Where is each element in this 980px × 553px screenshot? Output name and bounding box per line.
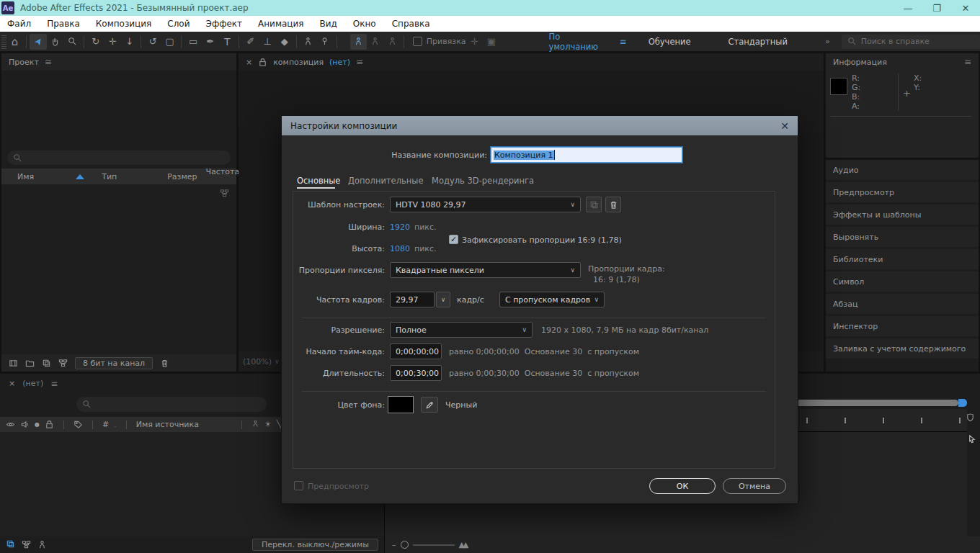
delete-preset-button[interactable] bbox=[605, 197, 621, 212]
selection-tool-icon[interactable]: ➤ bbox=[30, 34, 47, 50]
local-axis-mode-icon[interactable] bbox=[350, 34, 368, 50]
timeline-panel-menu-icon[interactable]: ≡ bbox=[50, 379, 58, 389]
snap-options-icon[interactable]: ✛ bbox=[466, 34, 484, 50]
toolbar-grip[interactable] bbox=[1, 35, 6, 49]
column-name[interactable]: Имя bbox=[17, 172, 34, 181]
zoom-tool-icon[interactable] bbox=[63, 34, 81, 50]
video-visibility-icon[interactable] bbox=[6, 420, 15, 429]
rectangle-tool-icon[interactable]: ▭ bbox=[184, 34, 202, 50]
tab-basic[interactable]: Основные bbox=[297, 176, 340, 186]
drop-frame-dropdown[interactable]: С пропуском кадров∨ bbox=[499, 292, 605, 307]
home-tool-icon[interactable]: ⌂ bbox=[6, 34, 24, 50]
tab-advanced[interactable]: Дополнительные bbox=[348, 176, 424, 186]
sort-ascending-icon[interactable] bbox=[76, 174, 84, 179]
project-search-field[interactable] bbox=[7, 150, 231, 165]
panel-paragraph[interactable]: Абзац bbox=[826, 294, 979, 314]
zoom-out-icon[interactable]: – bbox=[392, 540, 396, 549]
column-source-name[interactable]: Имя источника bbox=[136, 420, 199, 429]
info-panel-menu-icon[interactable]: ≡ bbox=[964, 57, 971, 67]
timeline-zoom-handle[interactable] bbox=[401, 541, 409, 549]
menu-composition[interactable]: Композиция bbox=[96, 19, 151, 29]
height-value[interactable]: 1080 bbox=[390, 244, 410, 253]
menu-view[interactable]: Вид bbox=[319, 19, 337, 29]
menu-layer[interactable]: Слой bbox=[167, 19, 190, 29]
preset-dropdown[interactable]: HDTV 1080 29,97∨ bbox=[390, 197, 581, 212]
new-folder-icon[interactable] bbox=[25, 359, 35, 368]
interpret-footage-icon[interactable] bbox=[9, 359, 18, 368]
audio-icon[interactable] bbox=[20, 420, 30, 429]
project-panel-header[interactable]: Проект ≡ bbox=[1, 53, 236, 71]
minimize-button[interactable]: — bbox=[894, 0, 922, 16]
close-tab-icon[interactable]: × bbox=[246, 58, 252, 67]
type-tool-icon[interactable]: T bbox=[218, 34, 236, 50]
timeline-search-field[interactable] bbox=[76, 397, 267, 412]
frame-rate-input[interactable]: 29,97 bbox=[390, 292, 435, 307]
roto-brush-tool-icon[interactable] bbox=[300, 34, 317, 50]
composition-panel-menu-icon[interactable]: ≡ bbox=[356, 57, 363, 67]
pen-tool-icon[interactable]: ✒ bbox=[202, 34, 219, 50]
background-color-swatch[interactable] bbox=[388, 396, 414, 413]
new-composition-icon[interactable] bbox=[42, 359, 51, 368]
composition-name-input[interactable]: Композиция 1 bbox=[491, 147, 682, 163]
dialog-close-icon[interactable]: ✕ bbox=[780, 120, 789, 132]
pan-camera-tool-icon[interactable]: ✛ bbox=[104, 34, 121, 50]
resolution-dropdown[interactable]: Полное∨ bbox=[390, 322, 533, 338]
time-navigator-end-handle[interactable] bbox=[958, 399, 967, 407]
world-axis-mode-icon[interactable] bbox=[367, 34, 384, 50]
toggle-switches-modes-button[interactable]: Перекл. выключ./режимы bbox=[252, 539, 378, 551]
tab-3d-renderer[interactable]: Модуль 3D-рендеринга bbox=[432, 176, 534, 186]
hand-tool-icon[interactable] bbox=[47, 34, 64, 50]
preview-checkbox[interactable] bbox=[294, 481, 303, 490]
lock-aspect-checkbox[interactable]: ✓ bbox=[449, 235, 458, 244]
start-timecode-input[interactable]: 0;00;00;00 bbox=[390, 343, 442, 359]
close-button[interactable]: ✕ bbox=[951, 0, 980, 16]
menu-edit[interactable]: Правка bbox=[47, 19, 80, 29]
snap-checkbox[interactable] bbox=[413, 37, 422, 46]
magnification-dropdown[interactable]: (100%) bbox=[243, 357, 272, 367]
help-search-field[interactable]: Поиск в справке bbox=[842, 35, 980, 49]
column-type[interactable]: Тип bbox=[102, 172, 117, 181]
zoom-in-mountain-icon[interactable]: ▲▲ bbox=[459, 540, 467, 549]
menu-window[interactable]: Окно bbox=[353, 19, 376, 29]
draft-3d-icon[interactable] bbox=[22, 540, 31, 549]
panel-libraries[interactable]: Библиотеки bbox=[826, 249, 979, 269]
brush-tool-icon[interactable]: ✐ bbox=[242, 34, 259, 50]
workspace-tab-learn[interactable]: Обучение bbox=[640, 37, 700, 47]
pixel-aspect-dropdown[interactable]: Квадратные пиксели∨ bbox=[390, 262, 581, 278]
workspace-menu-icon[interactable]: ≡ bbox=[620, 37, 627, 47]
save-preset-button[interactable] bbox=[586, 197, 602, 212]
workspace-tab-default[interactable]: По умолчанию bbox=[540, 32, 620, 52]
solo-icon[interactable]: ● bbox=[35, 421, 40, 428]
bit-depth-button[interactable]: 8 бит на канал bbox=[75, 357, 153, 369]
panel-effects-presets[interactable]: Эффекты и шаблоны bbox=[826, 204, 979, 225]
workspace-overflow-icon[interactable]: » bbox=[825, 37, 830, 46]
cancel-button[interactable]: Отмена bbox=[723, 478, 786, 494]
panel-align[interactable]: Выровнять bbox=[826, 227, 979, 247]
trash-icon[interactable] bbox=[160, 359, 169, 368]
frame-rate-dropdown-button[interactable]: ∨ bbox=[436, 292, 450, 307]
mask-visibility-icon[interactable]: ▣ bbox=[483, 34, 500, 50]
duration-input[interactable]: 0;00;30;00 bbox=[390, 365, 442, 381]
composition-button-icon[interactable] bbox=[967, 434, 976, 446]
orbit-camera-tool-icon[interactable]: ↻ bbox=[87, 34, 104, 50]
column-size[interactable]: Размер bbox=[167, 172, 197, 181]
eraser-tool-icon[interactable]: ◆ bbox=[276, 34, 293, 50]
project-flowchart-icon[interactable] bbox=[220, 189, 229, 198]
rotation-tool-icon[interactable]: ↺ bbox=[144, 34, 161, 50]
label-column-icon[interactable] bbox=[74, 420, 83, 429]
comp-marker-bin-icon[interactable] bbox=[966, 413, 975, 424]
hide-shy-layers-icon[interactable] bbox=[37, 540, 47, 549]
info-panel-header[interactable]: Информация ≡ bbox=[826, 53, 979, 71]
panel-inspector[interactable]: Инспектор bbox=[826, 316, 979, 336]
collapse-transformations-icon[interactable]: ☀ bbox=[264, 420, 272, 429]
render-engine-icon[interactable] bbox=[58, 359, 68, 368]
puppet-pin-tool-icon[interactable] bbox=[316, 34, 334, 50]
column-number[interactable]: # bbox=[102, 420, 109, 429]
timeline-zoom-track[interactable] bbox=[413, 544, 455, 546]
workspace-tab-standard[interactable]: Стандартный bbox=[720, 37, 796, 47]
clone-stamp-tool-icon[interactable]: ⊥ bbox=[259, 34, 276, 50]
dialog-titlebar[interactable]: Настройки композиции ✕ bbox=[282, 116, 798, 135]
view-axis-mode-icon[interactable] bbox=[384, 34, 401, 50]
shy-icon[interactable] bbox=[251, 420, 259, 430]
eyedropper-icon[interactable] bbox=[421, 397, 438, 413]
